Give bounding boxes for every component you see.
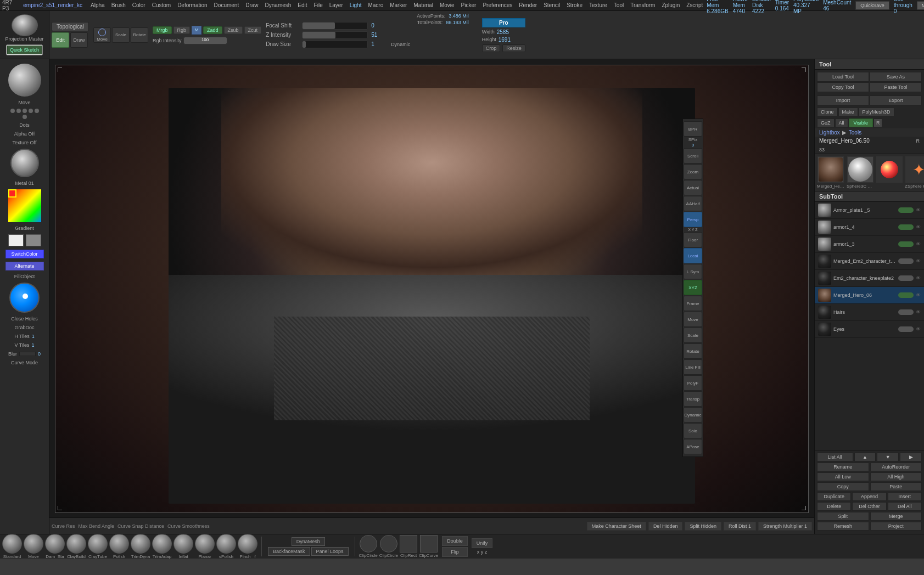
menu-macro[interactable]: Macro [365,2,386,9]
quicksave-btn[interactable]: QuickSave [855,1,889,10]
projection-master-btn[interactable]: Projection Master [5,14,43,42]
tools-label[interactable]: Tools [849,129,861,136]
make-char-btn[interactable]: Make Character Sheet [587,522,646,531]
subtool-toggle-0[interactable] [898,207,914,213]
subtool-toggle-7[interactable] [898,326,914,332]
brush-spolish[interactable]: sPolish [216,534,236,559]
arrow-right-btn[interactable]: ▶ [900,453,922,461]
draw-btn[interactable]: Draw [70,32,88,48]
lightbox-label[interactable]: Lightbox [819,129,840,136]
menus-btn[interactable]: Menus [917,1,924,10]
clip-curve-btn[interactable]: ClipCurve [419,535,438,558]
canvas-area[interactable]: BPR SPix 0 Scroll Zoom Actual AAHalf Per… [49,59,814,517]
switch-color-btn[interactable]: SwitchColor [5,250,44,258]
list-all-btn[interactable]: List All [817,453,853,461]
polyf-btn[interactable]: PolyF [684,375,702,391]
merge-btn[interactable]: Merge [870,512,922,521]
menu-layer[interactable]: Layer [327,2,346,9]
unify-btn[interactable]: Unify [472,538,493,548]
move-transform-btn[interactable]: Move [93,27,111,43]
thumb-red-sphere[interactable] [876,156,903,189]
copy-tool-btn[interactable]: Copy Tool [817,82,869,92]
mrgb-btn[interactable]: Mrgb [153,26,172,34]
brush-trimadap[interactable]: TrimAdap [152,534,172,559]
floor-btn[interactable]: Floor [684,232,702,247]
duplicate-btn[interactable]: Duplicate [817,492,851,501]
zadd-btn[interactable]: Zadd [203,26,222,34]
actual-btn[interactable]: Actual [684,180,702,195]
split-btn[interactable]: Split [817,512,869,521]
visible-btn[interactable]: Visible [849,119,873,127]
zcut-btn[interactable]: Zcut [244,26,262,34]
subtool-item-1[interactable]: armor1_4 [815,219,924,236]
del-other-btn[interactable]: Del Other [852,502,886,511]
menu-light[interactable]: Light [347,2,365,9]
double-btn[interactable]: Double [442,536,468,546]
subtool-eye-3[interactable] [916,258,921,264]
swatch-gray[interactable] [26,234,41,246]
texture-sphere[interactable] [10,149,39,177]
scroll-btn[interactable]: Scroll [684,148,702,164]
menu-alpha[interactable]: Alpha [88,2,108,9]
material-sphere[interactable] [8,64,41,97]
all-low-btn[interactable]: All Low [817,472,869,481]
paste-tool-btn[interactable]: Paste Tool [870,82,922,92]
transp-btn[interactable]: Transp [684,391,702,407]
auto-reorder-btn[interactable]: AutoReorder [870,463,922,471]
del-all-btn[interactable]: Del All [888,502,922,511]
subtool-toggle-6[interactable] [898,309,914,315]
subtool-item-7[interactable]: Eyes [815,321,924,338]
edit-btn[interactable]: Edit [52,32,69,48]
menu-marker[interactable]: Marker [387,2,410,9]
rotate-transform-btn[interactable]: Rotate [131,27,148,43]
load-tool-btn[interactable]: Load Tool [817,72,869,82]
local-btn[interactable]: Local [684,248,702,263]
menu-custom[interactable]: Custom [149,2,173,9]
arrow-up-btn[interactable]: ▲ [854,453,876,461]
move-view-btn[interactable]: Move [684,312,702,327]
rename-btn[interactable]: Rename [817,463,869,471]
import-btn[interactable]: Import [817,95,869,105]
menu-stroke[interactable]: Stroke [564,2,585,9]
menu-document[interactable]: Document [211,2,242,9]
solo-btn[interactable]: Solo [684,423,702,438]
blur-slider[interactable] [19,352,36,356]
aahalf-btn[interactable]: AAHalf [684,196,702,211]
menu-dynamesh[interactable]: Dynamesh [262,2,294,9]
clip-circle2-btn[interactable]: ClipCircle [379,535,398,558]
menu-edit[interactable]: Edit [295,2,310,9]
subtool-eye-0[interactable] [916,207,921,213]
all-btn[interactable]: All [835,119,848,127]
panel-loops-btn[interactable]: Panel Loops [311,547,349,556]
copy-subtool-btn[interactable]: Copy [817,482,869,491]
append-btn[interactable]: Append [852,492,886,501]
menu-preferences[interactable]: Preferences [480,2,515,9]
rgb-intensity-slider[interactable]: 100 [183,37,227,44]
resize-btn[interactable]: Resize [502,44,525,52]
line-fill-btn[interactable]: Line Fill [684,359,702,375]
clip-circle-btn[interactable]: ClipCircle [359,535,378,558]
brush-standard[interactable]: Standard [2,534,22,559]
dynamic-view-btn[interactable]: Dynamic [684,407,702,422]
save-as-btn[interactable]: Save As [870,72,922,82]
subtool-item-2[interactable]: armor1_3 [815,236,924,253]
brush-pinchf[interactable]: Pinch _f [238,534,257,559]
subtool-item-5[interactable]: Merged_Hero_06 [815,287,924,304]
zsub-btn[interactable]: Zsub [224,26,243,34]
scale-transform-btn[interactable]: Scale [112,27,130,43]
thumb-star[interactable]: ✦ ZSphere PolyMesh [905,156,924,189]
subtool-toggle-5[interactable] [898,292,914,298]
brush-damsta[interactable]: Dam_Sta [45,534,65,559]
menu-tool[interactable]: Tool [611,2,626,9]
menu-draw[interactable]: Draw [243,2,261,9]
alternate-btn[interactable]: Alternate [5,262,44,270]
menu-render[interactable]: Render [516,2,540,9]
navigation-sphere[interactable] [9,283,40,313]
subtool-eye-5[interactable] [916,292,921,298]
draw-size-slider[interactable] [302,41,368,48]
thumb-sphere3c[interactable]: Sphere3C SimpleBru [847,156,874,189]
remesh-btn[interactable]: Remesh [817,522,869,531]
subtool-item-3[interactable]: Merged_Em2_character_tuchband [815,253,924,270]
quick-sketch-btn[interactable]: Quick Sketch [6,44,43,55]
insert-btn[interactable]: Insert [888,492,922,501]
